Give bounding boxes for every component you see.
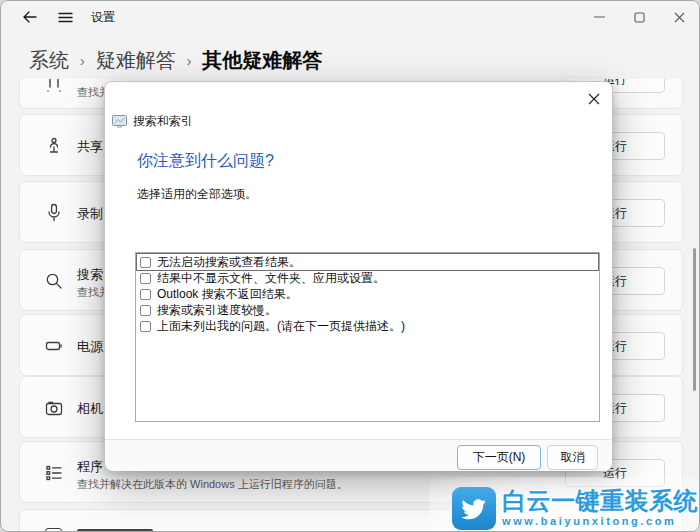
option-row-results-missing[interactable]: 结果中不显示文件、文件夹、应用或设置。 [137,270,598,286]
watermark-url-text: www.baiyunxitong.com [502,514,698,528]
dialog-heading: 你注意到什么问题? [137,151,274,172]
checkbox-icon[interactable] [140,321,151,332]
camera-icon [44,398,64,418]
window-close-button[interactable] [659,1,699,33]
sharing-icon [44,136,64,156]
battery-icon [44,336,64,356]
titlebar: 设置 [1,1,700,33]
checkbox-icon[interactable] [140,289,151,300]
card-title: 电源 [77,338,103,356]
dialog-instruction: 选择适用的全部选项。 [137,186,257,203]
search-icon [44,271,64,291]
close-icon [674,12,685,23]
program-list-icon [44,463,64,483]
device-icon [45,528,62,532]
back-icon [22,11,37,23]
breadcrumb-other-troubleshooters: 其他疑难解答 [202,47,322,74]
checkbox-icon[interactable] [140,305,151,316]
maximize-icon [634,12,645,23]
back-button[interactable] [9,1,49,33]
card-title: 程序 [77,458,103,476]
settings-window: 设置 系统 › 疑难解答 › 其他疑难解答 查找并 运行 [0,0,700,532]
minimize-icon [594,16,605,18]
option-row-cannot-start-search[interactable]: 无法启动搜索或查看结果。 [137,254,598,270]
nav-menu-button[interactable] [45,1,85,33]
minimize-button[interactable] [579,1,619,33]
watermark: 白云一键重装系统 www.baiyunxitong.com [452,487,698,530]
option-row-slow[interactable]: 搜索或索引速度较慢。 [137,302,598,318]
dialog-close-button[interactable] [585,90,603,108]
menu-icon [58,12,73,23]
card-title: 录制 [77,205,103,223]
breadcrumb-system[interactable]: 系统 [29,47,69,74]
microphone-icon [44,203,64,223]
next-button[interactable]: 下一页(N) [457,445,541,470]
card-title: 搜索 [77,266,103,284]
device-icon [44,78,64,94]
breadcrumb-troubleshoot[interactable]: 疑难解答 [96,47,176,74]
scrollbar-thumb[interactable] [693,248,696,391]
card-title: 共享 [77,138,103,156]
problem-options-listbox: 无法启动搜索或查看结果。 结果中不显示文件、文件夹、应用或设置。 Outlook… [135,252,600,422]
bird-logo-icon [452,487,496,530]
close-icon [588,93,600,105]
dialog-title-row: 搜索和索引 [112,113,193,130]
dialog-footer: 下一页(N) 取消 [105,439,612,471]
maximize-button[interactable] [619,1,659,33]
breadcrumb: 系统 › 疑难解答 › 其他疑难解答 [29,45,322,75]
card-title: 相机 [77,400,103,418]
option-row-not-listed[interactable]: 上面未列出我的问题。(请在下一页提供描述。) [137,318,598,334]
cancel-button[interactable]: 取消 [547,445,598,470]
dialog-title: 搜索和索引 [133,113,193,130]
search-indexing-dialog: 搜索和索引 你注意到什么问题? 选择适用的全部选项。 无法启动搜索或查看结果。 … [104,81,613,471]
chevron-right-icon: › [187,51,192,69]
option-row-outlook[interactable]: Outlook 搜索不返回结果。 [137,286,598,302]
watermark-brand-text: 白云一键重装系统 [502,489,698,513]
card-subtitle: 查找并解决在此版本的 Windows 上运行旧程序的问题。 [77,477,348,492]
checkbox-icon[interactable] [140,257,151,268]
chevron-right-icon: › [80,51,85,69]
checkbox-icon[interactable] [140,273,151,284]
app-title: 设置 [91,1,115,33]
troubleshooter-icon [112,115,127,128]
